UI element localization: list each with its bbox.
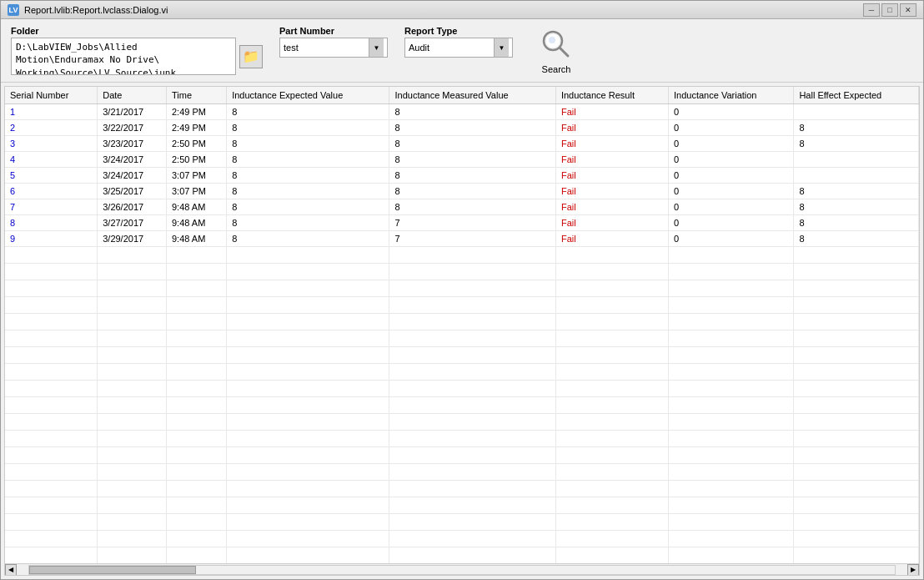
cell-ind-var: 0 [669, 152, 794, 168]
cell-serial: 6 [5, 184, 98, 199]
cell-empty [167, 364, 227, 381]
table-row[interactable]: 9 3/29/2017 9:48 AM 8 7 Fail 0 8 [5, 231, 919, 247]
cell-empty [389, 547, 555, 564]
col-header-ind-result: Inductance Result [555, 87, 668, 104]
cell-empty [227, 330, 389, 347]
cell-empty [555, 431, 668, 447]
cell-empty [555, 547, 668, 564]
cell-empty [98, 330, 167, 347]
close-button[interactable]: ✕ [900, 3, 916, 17]
cell-hall-exp: 8 [794, 231, 919, 247]
scroll-left-button[interactable]: ◀ [5, 564, 17, 576]
cell-date: 3/21/2017 [98, 104, 167, 120]
cell-ind-meas: 8 [389, 104, 555, 120]
data-table: Serial Number Date Time Inductance Expec… [5, 87, 919, 563]
cell-empty [227, 464, 389, 481]
cell-empty [669, 297, 794, 314]
cell-empty [227, 297, 389, 314]
title-bar: LV Report.lvlib:Report.lvclass:Dialog.vi… [1, 1, 923, 19]
table-row-empty [5, 247, 919, 264]
cell-empty [98, 247, 167, 264]
col-header-ind-meas: Inductance Measured Value [389, 87, 555, 104]
app-icon: LV [8, 4, 19, 16]
table-container[interactable]: Serial Number Date Time Inductance Expec… [5, 87, 919, 563]
cell-time: 2:50 PM [167, 152, 227, 168]
cell-empty [167, 497, 227, 514]
table-row[interactable]: 6 3/25/2017 3:07 PM 8 8 Fail 0 8 [5, 184, 919, 199]
cell-empty [555, 514, 668, 531]
cell-empty [167, 264, 227, 280]
cell-ind-exp: 8 [227, 184, 389, 199]
table-row[interactable]: 4 3/24/2017 2:50 PM 8 8 Fail 0 [5, 152, 919, 168]
cell-empty [5, 547, 98, 564]
cell-empty [167, 314, 227, 330]
cell-ind-meas: 8 [389, 199, 555, 215]
table-row[interactable]: 5 3/24/2017 3:07 PM 8 8 Fail 0 [5, 168, 919, 184]
cell-empty [794, 247, 919, 264]
table-row-empty [5, 431, 919, 447]
cell-empty [227, 431, 389, 447]
cell-ind-result: Fail [555, 104, 668, 120]
cell-empty [98, 497, 167, 514]
cell-empty [227, 264, 389, 280]
cell-empty [5, 481, 98, 497]
cell-ind-meas: 8 [389, 152, 555, 168]
part-number-value: test [284, 43, 369, 53]
table-row[interactable]: 7 3/26/2017 9:48 AM 8 8 Fail 0 8 [5, 199, 919, 215]
cell-empty [98, 364, 167, 381]
cell-empty [98, 280, 167, 297]
cell-empty [98, 431, 167, 447]
cell-empty [669, 431, 794, 447]
cell-ind-exp: 8 [227, 168, 389, 184]
scroll-track[interactable] [28, 565, 896, 575]
cell-empty [5, 297, 98, 314]
report-type-dropdown[interactable]: Audit ▼ [404, 38, 513, 58]
svg-line-2 [560, 48, 568, 56]
cell-serial: 5 [5, 168, 98, 184]
cell-empty [227, 280, 389, 297]
table-row[interactable]: 3 3/23/2017 2:50 PM 8 8 Fail 0 8 [5, 136, 919, 152]
cell-empty [227, 447, 389, 464]
folder-input[interactable]: D:\LabVIEW_Jobs\Allied Motion\Enduramax … [11, 38, 236, 75]
cell-ind-exp: 8 [227, 215, 389, 231]
scroll-thumb[interactable] [29, 566, 196, 574]
cell-empty [794, 364, 919, 381]
cell-empty [794, 280, 919, 297]
cell-serial: 3 [5, 136, 98, 152]
horizontal-scrollbar[interactable]: ◀ ▶ [5, 563, 919, 575]
cell-empty [669, 514, 794, 531]
scroll-right-button[interactable]: ▶ [907, 564, 919, 576]
minimize-button[interactable]: ─ [863, 3, 880, 17]
part-number-dropdown[interactable]: test ▼ [279, 38, 388, 58]
cell-empty [5, 447, 98, 464]
cell-ind-result: Fail [555, 199, 668, 215]
cell-hall-exp [794, 152, 919, 168]
cell-ind-var: 0 [669, 199, 794, 215]
cell-empty [98, 264, 167, 280]
table-row-empty [5, 280, 919, 297]
cell-empty [227, 531, 389, 547]
cell-serial: 1 [5, 104, 98, 120]
part-number-label: Part Number [279, 26, 388, 36]
browse-folder-button[interactable]: 📁 [239, 45, 263, 68]
cell-ind-exp: 8 [227, 199, 389, 215]
cell-empty [389, 431, 555, 447]
folder-section: Folder D:\LabVIEW_Jobs\Allied Motion\End… [11, 26, 263, 75]
cell-ind-result: Fail [555, 136, 668, 152]
table-row[interactable]: 8 3/27/2017 9:48 AM 8 7 Fail 0 8 [5, 215, 919, 231]
cell-empty [5, 264, 98, 280]
table-row[interactable]: 2 3/22/2017 2:49 PM 8 8 Fail 0 8 [5, 120, 919, 136]
cell-empty [555, 397, 668, 414]
table-row-empty [5, 531, 919, 547]
table-row-empty [5, 547, 919, 564]
cell-empty [669, 531, 794, 547]
cell-empty [794, 447, 919, 464]
cell-ind-exp: 8 [227, 104, 389, 120]
cell-empty [5, 464, 98, 481]
cell-empty [389, 364, 555, 381]
cell-empty [5, 247, 98, 264]
search-section[interactable]: Search [538, 26, 575, 74]
table-row[interactable]: 1 3/21/2017 2:49 PM 8 8 Fail 0 [5, 104, 919, 120]
cell-empty [555, 447, 668, 464]
maximize-button[interactable]: □ [881, 3, 898, 17]
